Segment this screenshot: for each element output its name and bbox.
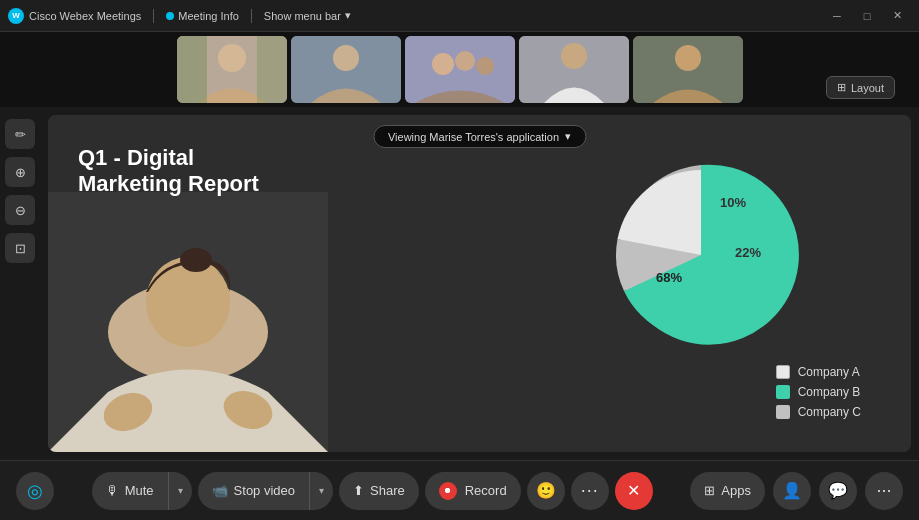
chat-button[interactable]: 💬 [819, 472, 857, 510]
titlebar: W Cisco Webex Meetings Meeting Info Show… [0, 0, 919, 32]
mute-label: Mute [125, 483, 154, 498]
stop-video-group: 📹 Stop video ▾ [198, 472, 333, 510]
pie-chart-main [601, 155, 801, 355]
apps-button[interactable]: ⊞ Apps [690, 472, 765, 510]
chart-area: 68% 10% 22% Company A Company B [521, 155, 881, 435]
minimize-button[interactable]: ─ [823, 6, 851, 26]
stop-video-button[interactable]: 📹 Stop video [198, 472, 309, 510]
svg-point-8 [455, 51, 475, 71]
show-menu-label: Show menu bar [264, 10, 341, 22]
webex-icon: W [8, 8, 24, 24]
apps-icon: ⊞ [704, 483, 715, 498]
record-dot: ⏺ [439, 482, 457, 500]
people-button[interactable]: 👤 [773, 472, 811, 510]
emoji-icon: 🙂 [536, 481, 556, 500]
show-menu-btn[interactable]: Show menu bar ▾ [264, 9, 351, 22]
svg-point-7 [432, 53, 454, 75]
legend-item-company-a: Company A [776, 365, 861, 379]
titlebar-left: W Cisco Webex Meetings Meeting Info Show… [8, 8, 351, 24]
webex-home-icon: ◎ [27, 480, 43, 502]
svg-point-11 [561, 43, 587, 69]
chart-legend: Company A Company B Company C [776, 365, 861, 419]
legend-label-b: Company B [798, 385, 861, 399]
app-logo: W Cisco Webex Meetings [8, 8, 141, 24]
emoji-button[interactable]: 🙂 [527, 472, 565, 510]
maximize-button[interactable]: □ [853, 6, 881, 26]
app-name: Cisco Webex Meetings [29, 10, 141, 22]
divider-1 [153, 9, 154, 23]
chart-label-68: 68% [656, 270, 682, 285]
presenter-overlay [48, 192, 328, 452]
meeting-dot [166, 12, 174, 20]
toolbar-left-section: ◎ [16, 472, 54, 510]
apps-label: Apps [721, 483, 751, 498]
end-call-icon: ✕ [627, 481, 640, 500]
chevron-icon: ▾ [345, 9, 351, 22]
zoom-out-button[interactable]: ⊖ [5, 195, 35, 225]
annotate-button[interactable]: ✏ [5, 119, 35, 149]
participant-video-2 [291, 36, 401, 103]
presentation-area: Viewing Marise Torres's application ▾ Q1… [48, 115, 911, 452]
zoom-in-button[interactable]: ⊕ [5, 157, 35, 187]
fit-button[interactable]: ⊡ [5, 233, 35, 263]
close-button[interactable]: ✕ [883, 6, 911, 26]
svg-point-1 [218, 44, 246, 72]
more-right-button[interactable]: ··· [865, 472, 903, 510]
participant-video-5 [633, 36, 743, 103]
more-right-icon: ··· [876, 480, 891, 501]
participant-thumb-1[interactable] [177, 36, 287, 103]
record-button[interactable]: ⏺ Record [425, 472, 521, 510]
participant-thumb-5[interactable] [633, 36, 743, 103]
participant-video-1 [177, 36, 287, 103]
stop-video-chevron[interactable]: ▾ [309, 472, 333, 510]
pie-chart: 68% 10% 22% [601, 155, 801, 355]
participant-video-4 [519, 36, 629, 103]
mute-button[interactable]: 🎙 Mute [92, 472, 168, 510]
share-icon: ⬆ [353, 483, 364, 498]
more-options-button[interactable]: ··· [571, 472, 609, 510]
layout-label: Layout [851, 82, 884, 94]
slide-title-line1: Q1 - Digital [78, 145, 259, 171]
mic-icon: 🎙 [106, 483, 119, 498]
left-toolbar: ✏ ⊕ ⊖ ⊡ [0, 107, 40, 460]
divider-2 [251, 9, 252, 23]
legend-color-b [776, 385, 790, 399]
video-icon: 📹 [212, 483, 228, 498]
presenter-video [48, 192, 328, 452]
slide-text: Q1 - Digital Marketing Report [78, 145, 259, 198]
webex-home-button[interactable]: ◎ [16, 472, 54, 510]
share-button[interactable]: ⬆ Share [339, 472, 419, 510]
legend-label-c: Company C [798, 405, 861, 419]
legend-color-a [776, 365, 790, 379]
toolbar-right-section: ⊞ Apps 👤 💬 ··· [690, 472, 903, 510]
participant-thumb-4[interactable] [519, 36, 629, 103]
viewing-chevron: ▾ [565, 130, 571, 143]
svg-point-9 [476, 57, 494, 75]
end-call-button[interactable]: ✕ [615, 472, 653, 510]
chat-icon: 💬 [828, 481, 848, 500]
stop-video-label: Stop video [234, 483, 295, 498]
meeting-info-label: Meeting Info [178, 10, 239, 22]
legend-color-c [776, 405, 790, 419]
viewing-label: Viewing Marise Torres's application [388, 131, 559, 143]
record-label: Record [465, 483, 507, 498]
legend-item-company-b: Company B [776, 385, 861, 399]
svg-rect-2 [177, 36, 207, 103]
layout-button[interactable]: ⊞ Layout [826, 76, 895, 99]
participant-thumb-3[interactable] [405, 36, 515, 103]
svg-point-13 [675, 45, 701, 71]
toolbar-center-section: 🎙 Mute ▾ 📹 Stop video ▾ ⬆ Share ⏺ Record… [92, 472, 653, 510]
participant-strip [0, 32, 919, 107]
titlebar-controls: ─ □ ✕ [823, 6, 911, 26]
layout-icon: ⊞ [837, 81, 846, 94]
main-area: ✏ ⊕ ⊖ ⊡ Viewing Marise Torres's applicat… [0, 107, 919, 460]
mute-chevron[interactable]: ▾ [168, 472, 192, 510]
viewing-badge[interactable]: Viewing Marise Torres's application ▾ [373, 125, 586, 148]
meeting-info-btn[interactable]: Meeting Info [166, 10, 239, 22]
people-icon: 👤 [782, 481, 802, 500]
participant-thumb-2[interactable] [291, 36, 401, 103]
mute-group: 🎙 Mute ▾ [92, 472, 192, 510]
chart-label-22: 22% [735, 245, 761, 260]
chart-label-10: 10% [720, 195, 746, 210]
slide-content: Q1 - Digital Marketing Report [48, 115, 911, 452]
